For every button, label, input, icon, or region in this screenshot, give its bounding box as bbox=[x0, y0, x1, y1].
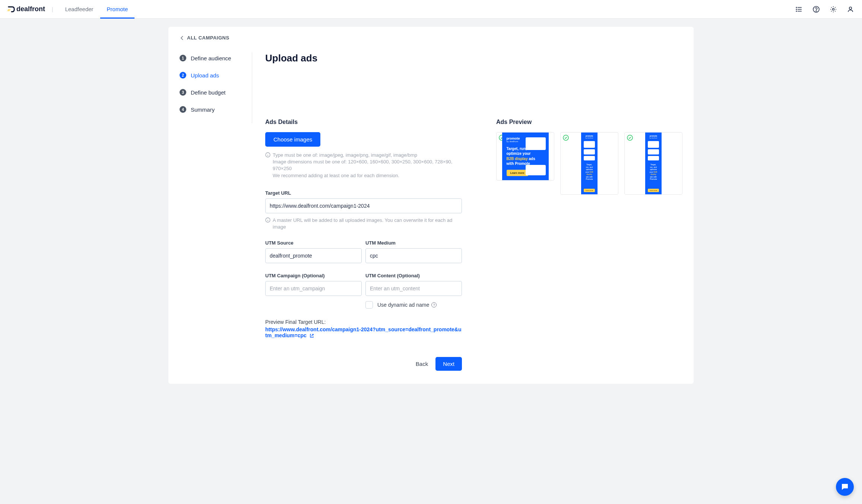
breadcrumb-label: ALL CAMPAIGNS bbox=[187, 35, 229, 41]
ad-preview-tile[interactable]: promote by dealfront Target, run, and op… bbox=[560, 132, 618, 195]
step-label: Upload ads bbox=[191, 72, 219, 79]
hint-line: Type must be one of: image/jpeg, image/p… bbox=[273, 152, 462, 159]
dynamic-ad-name-checkbox[interactable] bbox=[365, 301, 373, 309]
utm-campaign-label: UTM Campaign (Optional) bbox=[265, 273, 362, 278]
page-card: ALL CAMPAIGNS 1 Define audience 2 Upload… bbox=[168, 27, 694, 384]
target-url-label: Target URL bbox=[265, 190, 462, 196]
back-button[interactable]: Back bbox=[416, 361, 428, 367]
utm-medium-input[interactable] bbox=[365, 248, 462, 263]
top-nav: dealfront | Leadfeeder Promote bbox=[0, 0, 862, 19]
svg-point-9 bbox=[849, 7, 852, 9]
wizard-sidebar: 1 Define audience 2 Upload ads 3 Define … bbox=[180, 52, 252, 123]
ad-mock-graphic bbox=[648, 141, 659, 148]
svg-point-0 bbox=[796, 7, 797, 8]
step-upload-ads[interactable]: 2 Upload ads bbox=[180, 72, 241, 79]
hint-line: Image dimensions must be one of: 120×600… bbox=[273, 159, 462, 172]
step-number: 3 bbox=[180, 89, 186, 96]
logo-text: dealfront bbox=[16, 5, 45, 13]
svg-point-2 bbox=[796, 9, 797, 10]
chevron-left-icon bbox=[180, 35, 185, 41]
utm-campaign-input[interactable] bbox=[265, 281, 362, 296]
svg-point-7 bbox=[816, 10, 817, 11]
svg-point-8 bbox=[833, 8, 834, 10]
hint-line: We recommend adding at least one ad for … bbox=[273, 172, 462, 179]
utm-medium-label: UTM Medium bbox=[365, 240, 462, 246]
help-icon[interactable]: ? bbox=[431, 302, 437, 307]
ads-details-heading: Ads Details bbox=[265, 119, 462, 125]
list-icon[interactable] bbox=[795, 5, 803, 13]
utm-source-label: UTM Source bbox=[265, 240, 362, 246]
next-button[interactable]: Next bbox=[435, 357, 462, 371]
utm-content-input[interactable] bbox=[365, 281, 462, 296]
step-define-budget[interactable]: 3 Define budget bbox=[180, 89, 241, 96]
ad-preview-tile[interactable]: promote by dealfront Target, run, and op… bbox=[624, 132, 682, 195]
preview-final-url-link[interactable]: https://www.dealfront.com/campaign1-2024… bbox=[265, 326, 462, 338]
images-hint: Type must be one of: image/jpeg, image/p… bbox=[265, 152, 462, 179]
preview-final-url-label: Preview Final Target URL: bbox=[265, 319, 462, 325]
svg-point-4 bbox=[796, 11, 797, 12]
target-url-hint: A master URL will be added to all upload… bbox=[273, 217, 462, 230]
ad-mock-graphic bbox=[584, 149, 595, 154]
step-number: 1 bbox=[180, 55, 186, 61]
target-url-hint-row: A master URL will be added to all upload… bbox=[265, 217, 462, 230]
check-icon bbox=[627, 135, 633, 141]
ad-mock-graphic bbox=[648, 149, 659, 154]
gear-icon[interactable] bbox=[829, 5, 837, 13]
ad-preview-tile[interactable]: promote by dealfront Target, run, and op… bbox=[496, 132, 554, 181]
external-link-icon bbox=[310, 334, 314, 338]
ads-details-panel: Ads Details Choose images Type must be o… bbox=[265, 119, 462, 371]
ad-mock-graphic bbox=[648, 156, 659, 160]
nav-leadfeeder[interactable]: Leadfeeder bbox=[58, 0, 100, 18]
utm-content-label: UTM Content (Optional) bbox=[365, 273, 462, 278]
page-title: Upload ads bbox=[265, 52, 682, 64]
ads-preview-panel: Ads Preview promote by dealfront bbox=[496, 119, 682, 371]
info-icon bbox=[265, 217, 270, 223]
utm-source-input[interactable] bbox=[265, 248, 362, 263]
user-icon[interactable] bbox=[846, 5, 855, 13]
step-number: 2 bbox=[180, 72, 186, 79]
ad-mock-graphic bbox=[584, 141, 595, 148]
nav-divider: | bbox=[52, 6, 53, 12]
check-icon bbox=[563, 135, 569, 141]
ad-mock-graphic bbox=[526, 137, 546, 150]
step-label: Summary bbox=[191, 106, 215, 113]
step-define-audience[interactable]: 1 Define audience bbox=[180, 55, 241, 61]
breadcrumb-all-campaigns[interactable]: ALL CAMPAIGNS bbox=[180, 35, 682, 41]
ad-mock-graphic bbox=[526, 165, 546, 175]
info-icon bbox=[265, 152, 270, 157]
dynamic-ad-name-label: Use dynamic ad name bbox=[377, 302, 429, 308]
nav-promote[interactable]: Promote bbox=[100, 0, 135, 18]
choose-images-button[interactable]: Choose images bbox=[265, 132, 320, 147]
logo[interactable]: dealfront bbox=[7, 5, 45, 13]
step-label: Define audience bbox=[191, 55, 231, 61]
step-number: 4 bbox=[180, 106, 186, 113]
ad-cta: Learn more bbox=[507, 170, 528, 176]
help-icon[interactable] bbox=[812, 5, 820, 13]
step-label: Define budget bbox=[191, 89, 225, 96]
ads-preview-heading: Ads Preview bbox=[496, 119, 682, 125]
ad-mock-graphic bbox=[584, 156, 595, 160]
step-summary[interactable]: 4 Summary bbox=[180, 106, 241, 113]
target-url-input[interactable] bbox=[265, 198, 462, 213]
